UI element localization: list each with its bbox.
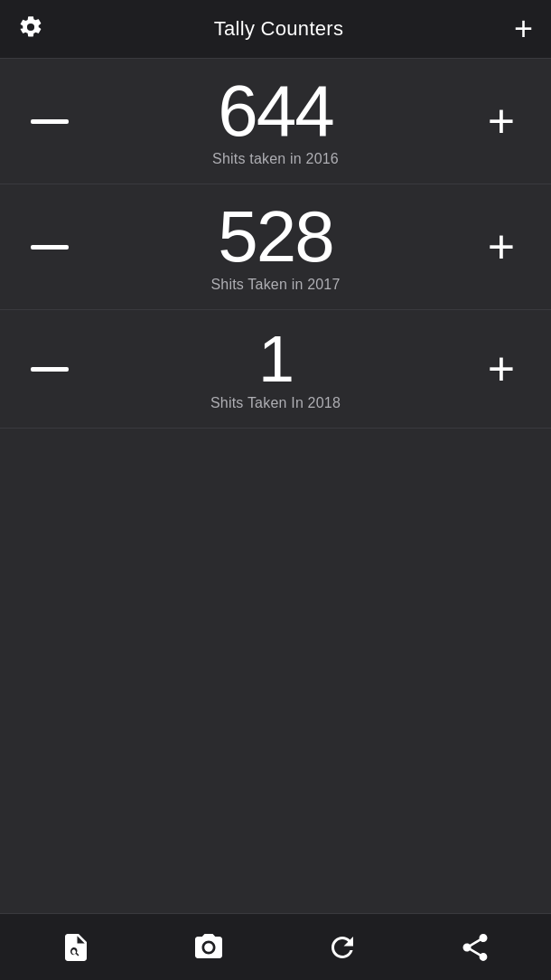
refresh-icon: [326, 931, 359, 964]
tab-refresh[interactable]: [315, 925, 369, 970]
tab-bar: [0, 913, 551, 980]
increment-button-2[interactable]: +: [470, 215, 533, 278]
camera-icon: [192, 931, 225, 964]
counter-row-3: 1 Shits Taken In 2018 +: [0, 310, 551, 429]
decrement-button-1[interactable]: [18, 90, 81, 153]
counter-value-1: 644: [218, 75, 332, 147]
minus-icon-3: [31, 367, 69, 372]
tab-document[interactable]: [49, 925, 103, 970]
counters-area: 644 Shits taken in 2016 + 528 Shits Take…: [0, 58, 551, 913]
counter-label-1: Shits taken in 2016: [212, 151, 339, 167]
decrement-button-2[interactable]: [18, 215, 81, 278]
counter-content-2: 528 Shits Taken in 2017: [81, 201, 470, 293]
minus-icon-1: [31, 119, 69, 124]
tab-share[interactable]: [448, 925, 502, 970]
app-title: Tally Counters: [214, 17, 344, 41]
increment-button-3[interactable]: +: [470, 337, 533, 400]
decrement-button-3[interactable]: [18, 337, 81, 400]
tab-camera[interactable]: [182, 925, 236, 970]
counter-content-3: 1 Shits Taken In 2018: [81, 326, 470, 411]
counter-content-1: 644 Shits taken in 2016: [81, 75, 470, 167]
counter-value-3: 1: [258, 326, 293, 391]
increment-button-1[interactable]: +: [470, 90, 533, 153]
add-counter-button[interactable]: +: [514, 13, 533, 45]
counter-label-2: Shits Taken in 2017: [210, 277, 340, 293]
settings-button[interactable]: [18, 14, 43, 43]
header: Tally Counters +: [0, 0, 551, 58]
empty-area: [0, 429, 551, 913]
counter-label-3: Shits Taken In 2018: [210, 395, 341, 411]
counter-row-1: 644 Shits taken in 2016 +: [0, 58, 551, 184]
counter-row-2: 528 Shits Taken in 2017 +: [0, 184, 551, 310]
share-icon: [459, 931, 491, 964]
counter-value-2: 528: [218, 201, 332, 273]
document-search-icon: [60, 931, 92, 964]
minus-icon-2: [31, 245, 69, 250]
